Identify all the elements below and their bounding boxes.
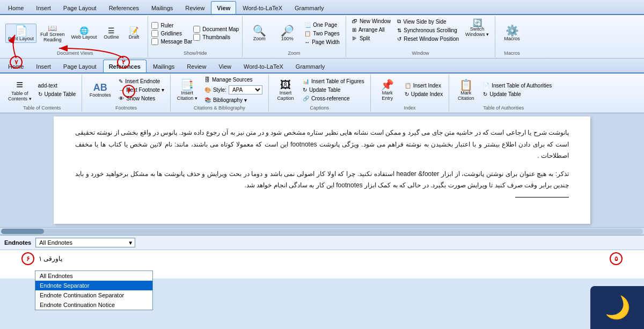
tab-mailings-2[interactable]: Mailings xyxy=(147,60,180,72)
new-window-button[interactable]: 🗗 New Window xyxy=(349,17,393,25)
tab-page-layout-2[interactable]: Page Layout xyxy=(57,60,103,72)
style-apa-button[interactable]: 🎨 Style: APAMLAChicago xyxy=(202,84,265,96)
dropdown-option-cont-notice[interactable]: Endnote Continuation Notice xyxy=(35,300,152,310)
tab-word-latex-2[interactable]: Word-to-LaTeX xyxy=(238,60,289,72)
endnotes-dropdown[interactable]: All Endnotes Endnote Separator Endnote C… xyxy=(35,238,135,247)
tab-review-1[interactable]: Review xyxy=(179,1,210,14)
bibliography-button[interactable]: 📚 Bibliography ▾ xyxy=(202,96,265,104)
tab-word-latex-1[interactable]: Word-to-LaTeX xyxy=(237,1,288,14)
doc-map-checkbox[interactable] xyxy=(193,26,200,33)
mark-citation-icon: 📋 xyxy=(459,79,473,90)
circle-6: ۶ xyxy=(21,252,34,265)
insert-table-figures-button[interactable]: 📊 Insert Table of Figures xyxy=(300,77,367,85)
web-layout-button[interactable]: 🌐 Web Layout xyxy=(69,25,100,41)
toc-button[interactable]: ≡ Table ofContents ▾ xyxy=(5,77,34,103)
split-label: Split xyxy=(360,35,370,41)
tab-review-2[interactable]: Review xyxy=(181,60,212,72)
web-layout-label: Web Layout xyxy=(71,34,97,40)
tab-grammarly-1[interactable]: Grammarly xyxy=(289,1,330,14)
endnotes-annotation-6: پاورقی ۱ ۶ xyxy=(21,252,62,265)
doc-views-group: 📄 Print Layout 📖 Full ScreenReading 🌐 We… xyxy=(2,16,148,57)
gridlines-label: Gridlines xyxy=(160,31,181,36)
sync-scroll-button[interactable]: ⇅ Synchronous Scrolling xyxy=(394,26,462,34)
style-select[interactable]: APAMLAChicago xyxy=(229,85,262,94)
outline-button[interactable]: ☰ Outline xyxy=(100,25,122,41)
insert-caption-button[interactable]: 🖼 InsertCaption xyxy=(272,78,299,103)
endnotes-body: ۵ پاورقی ۱ ۶ xyxy=(0,250,644,267)
message-bar-label: Message Bar xyxy=(160,39,192,45)
zoom-100-button[interactable]: 🔎 100% xyxy=(274,24,301,43)
split-button[interactable]: ⫸ Split xyxy=(349,34,393,42)
style-icon: 🎨 xyxy=(204,87,211,93)
two-pages-button[interactable]: 📋 Two Pages xyxy=(302,30,342,38)
insert-citation-icon: 📑 xyxy=(180,79,194,90)
draft-button[interactable]: 📝 Draft xyxy=(123,25,144,41)
thumbnails-checkbox[interactable] xyxy=(193,34,200,41)
tab-view-2[interactable]: View xyxy=(213,60,237,72)
doc-map-label: Document Map xyxy=(202,26,239,32)
tab-home-1[interactable]: Home xyxy=(2,1,30,14)
macros-label: Macros xyxy=(504,36,520,41)
message-bar-checkbox[interactable] xyxy=(151,38,158,45)
update-table-toc-button[interactable]: ↻ Update Table xyxy=(35,90,79,98)
mark-citation-button[interactable]: 📋 MarkCitation xyxy=(452,78,479,103)
manage-sources-button[interactable]: 🗄 Manage Sources xyxy=(202,76,265,84)
dropdown-option-all[interactable]: All Endnotes xyxy=(35,271,152,281)
bibliography-icon: 📚 xyxy=(204,97,211,103)
tab-mailings-1[interactable]: Mailings xyxy=(145,1,179,14)
zoom-button[interactable]: 🔍 Zoom xyxy=(246,24,273,43)
draft-label: Draft xyxy=(129,34,140,40)
insert-table-figures-icon: 📊 xyxy=(303,78,309,84)
macros-button[interactable]: ⚙️ Macros xyxy=(499,24,525,43)
scrollbar-thumb[interactable] xyxy=(1,229,44,234)
authorities-small-buttons: 📄 Insert Table of Authorities ↻ Update T… xyxy=(480,82,554,98)
update-table-cap-button[interactable]: ↻ Update Table xyxy=(300,86,367,94)
dropdown-option-cont-sep[interactable]: Endnote Continuation Separator xyxy=(35,290,152,300)
cross-reference-button[interactable]: 🔗 Cross-reference xyxy=(300,94,367,103)
full-screen-button[interactable]: 📖 Full ScreenReading xyxy=(38,23,68,44)
endnotes-dropdown-open-panel: All Endnotes Endnote Separator Endnote C… xyxy=(35,270,153,310)
arrange-all-button[interactable]: ⊞ Arrange All xyxy=(349,26,393,34)
tab-page-layout-1[interactable]: Page Layout xyxy=(57,1,103,14)
tab-grammarly-2[interactable]: Grammarly xyxy=(290,60,331,72)
tab-references-1[interactable]: References xyxy=(103,1,145,14)
page-width-button[interactable]: ↔ Page Width xyxy=(302,38,342,46)
dropdown-option-separator[interactable]: Endnote Separator xyxy=(35,281,152,290)
zoom-label-group: Zoom xyxy=(288,50,301,56)
update-table-toc-icon: ↻ xyxy=(38,91,42,97)
doc-map-checkbox-item: Document Map xyxy=(193,26,239,33)
view-side-button[interactable]: ⧉ View Side by Side xyxy=(394,17,462,26)
style-apa-label: Style: xyxy=(213,87,226,93)
insert-index-button[interactable]: 📋 Insert Index xyxy=(402,82,446,90)
view-side-label: View Side by Side xyxy=(403,19,446,25)
ruler-checkbox[interactable] xyxy=(151,22,158,29)
insert-citation-button[interactable]: 📑 InsertCitation ▾ xyxy=(174,78,201,103)
authorities-group-label: Table of Authorities xyxy=(483,105,524,111)
tab-view-1[interactable]: View xyxy=(211,1,236,14)
switch-windows-button[interactable]: 🔄 SwitchWindows ▾ xyxy=(463,17,492,39)
footnotes-icon: AB xyxy=(93,83,107,92)
zoom-100-icon: 🔎 xyxy=(281,25,294,36)
insert-endnote-button[interactable]: ✎ Insert Endnote xyxy=(116,77,167,85)
add-text-button[interactable]: add-text xyxy=(35,82,79,90)
show-notes-icon: 👁 xyxy=(119,96,124,101)
update-index-button[interactable]: ↻ Update Index xyxy=(402,90,446,98)
one-page-label: One Page xyxy=(313,22,337,28)
toc-small-buttons: add-text ↻ Update Table xyxy=(35,82,79,98)
insert-table-auth-button[interactable]: 📄 Insert Table of Authorities xyxy=(480,82,554,90)
print-layout-button[interactable]: 📄 Print Layout xyxy=(5,24,36,43)
scrollbar-track[interactable] xyxy=(1,229,643,234)
macros-group: ⚙️ Macros Macros xyxy=(495,16,529,57)
mark-entry-button[interactable]: 📌 MarkEntry xyxy=(374,78,401,103)
h-scrollbar[interactable] xyxy=(0,227,644,235)
endnotes-annotation-5: ۵ xyxy=(610,252,623,265)
footnotes-button[interactable]: AB Footnotes xyxy=(85,81,115,99)
update-table-auth-button[interactable]: ↻ Update Table xyxy=(480,90,554,98)
one-page-button[interactable]: 📃 One Page xyxy=(302,21,342,29)
references-ribbon-content: ≡ Table ofContents ▾ add-text ↻ Update T… xyxy=(0,74,644,113)
tab-insert-2[interactable]: Insert xyxy=(30,60,57,72)
tab-insert-1[interactable]: Insert xyxy=(30,1,57,14)
gridlines-checkbox[interactable] xyxy=(151,30,158,37)
reset-window-button[interactable]: ↺ Reset Window Position xyxy=(394,35,462,43)
macros-label-group: Macros xyxy=(504,50,520,56)
